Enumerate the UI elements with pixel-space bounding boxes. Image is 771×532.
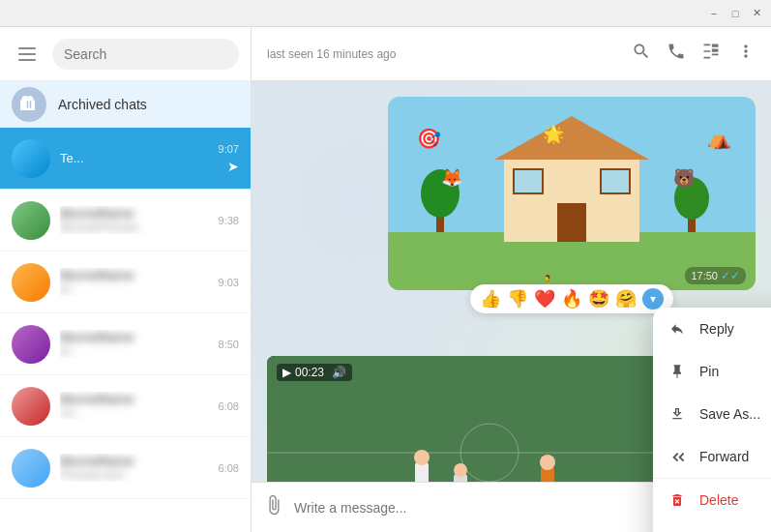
reply-label: Reply: [699, 321, 734, 337]
video-message: ▶ 00:23 🔊: [267, 356, 712, 482]
reaction-wave[interactable]: 🤗: [615, 288, 637, 310]
close-button[interactable]: ✕: [750, 7, 763, 20]
reaction-thumbsup[interactable]: 👍: [480, 288, 501, 310]
chat-name-6: BlurredName: [60, 454, 209, 468]
titlebar: − □ ✕: [0, 0, 771, 27]
pin-label: Pin: [699, 364, 719, 379]
saveas-label: Save As...: [699, 406, 760, 422]
pin-icon: [668, 363, 686, 380]
search-input[interactable]: [64, 46, 227, 62]
svg-text:🌟: 🌟: [543, 124, 565, 145]
chat-info-4: BlurredName di...: [60, 330, 209, 358]
call-button[interactable]: [667, 42, 686, 66]
chat-item-1[interactable]: Te... 9:07 ➤: [0, 128, 251, 190]
svg-text:🐻: 🐻: [673, 167, 696, 189]
attach-button[interactable]: [263, 494, 284, 520]
chat-item-6[interactable]: BlurredName Preview text 6:08: [0, 437, 251, 499]
archived-chats-label: Archived chats: [58, 97, 147, 112]
context-menu-pin[interactable]: Pin: [653, 350, 771, 393]
hamburger-button[interactable]: [12, 39, 43, 70]
chat-meta-2: 9:38: [219, 215, 239, 226]
chat-name-2: BlurredName: [60, 206, 209, 221]
maximize-button[interactable]: □: [728, 7, 742, 20]
minimize-button[interactable]: −: [707, 7, 721, 20]
search-chat-button[interactable]: [632, 42, 651, 66]
chat-header: last seen 16 minutes ago: [252, 27, 771, 81]
chat-header-info: last seen 16 minutes ago: [267, 47, 620, 61]
chat-preview-5: roi...: [60, 406, 209, 420]
reaction-more-button[interactable]: ▾: [642, 288, 664, 310]
chat-item-3[interactable]: BlurredName di... 9:03: [0, 251, 251, 313]
chat-avatar-4: [12, 325, 50, 364]
context-menu-forward[interactable]: Forward: [653, 435, 771, 478]
chat-avatar-3: [12, 263, 50, 302]
main-layout: Archived chats Te... 9:07 ➤ BlurredName: [0, 27, 771, 532]
delete-icon: [668, 491, 686, 509]
message-input[interactable]: [294, 490, 696, 525]
chat-meta-5: 6:08: [219, 400, 239, 412]
reaction-fire[interactable]: 🔥: [561, 288, 582, 310]
chat-item-5[interactable]: BlurredName roi... 6:08: [0, 375, 251, 437]
hamburger-line-2: [18, 53, 36, 55]
svg-rect-6: [601, 169, 630, 193]
chat-area: last seen 16 minutes ago: [252, 27, 771, 532]
chat-avatar-6: [12, 449, 50, 488]
more-options-button[interactable]: [736, 42, 756, 66]
chat-meta-1: 9:07 ➤: [219, 143, 239, 174]
chat-name-4: BlurredName: [60, 330, 209, 344]
context-menu-reply[interactable]: Reply: [653, 308, 771, 350]
archived-chats-avatar: [12, 87, 46, 122]
svg-rect-4: [557, 203, 586, 242]
context-menu-saveas[interactable]: Save As...: [653, 393, 771, 435]
chat-info-2: BlurredName BlurredPreview: [60, 206, 209, 234]
columns-button[interactable]: [701, 42, 721, 66]
saveas-icon: [668, 405, 686, 423]
search-box[interactable]: [52, 39, 239, 70]
check-icon: ✓✓: [721, 269, 740, 282]
reaction-starstruck[interactable]: 🤩: [588, 288, 609, 310]
chat-list: Te... 9:07 ➤ BlurredName BlurredPreview …: [0, 128, 251, 532]
reaction-bar[interactable]: 👍 👎 ❤️ 🔥 🤩 🤗 ▾: [470, 284, 673, 313]
svg-rect-5: [514, 169, 543, 193]
hamburger-line-3: [18, 59, 36, 61]
sidebar-header: [0, 27, 251, 81]
reaction-heart[interactable]: ❤️: [534, 288, 555, 310]
chat-preview-2: BlurredPreview: [60, 221, 209, 234]
svg-point-25: [540, 455, 555, 470]
chat-meta-4: 8:50: [219, 339, 239, 350]
chat-info-1: Te...: [60, 151, 209, 165]
context-menu-delete[interactable]: Delete: [653, 479, 771, 521]
chat-time-5: 6:08: [219, 400, 239, 412]
chat-preview-4: di...: [60, 344, 209, 358]
delete-label: Delete: [699, 492, 738, 508]
reaction-thumbsdown[interactable]: 👎: [507, 288, 528, 310]
chat-time-3: 9:03: [219, 277, 239, 288]
forward-label: Forward: [699, 449, 749, 464]
image-message: 🎯 ⛺ 🌟 🦊 🐻 🚶 17:50 ✓✓ 👍 👎: [388, 97, 756, 290]
context-menu: Reply Pin Save As... Forward: [653, 308, 771, 532]
chat-preview-3: di...: [60, 282, 209, 296]
hamburger-line-1: [18, 47, 36, 49]
chat-item-4[interactable]: BlurredName di... 8:50: [0, 313, 251, 375]
chat-info-3: BlurredName di...: [60, 268, 209, 296]
forward-icon: [668, 448, 686, 465]
video-thumbnail: ▶ 00:23 🔊: [267, 356, 712, 482]
svg-text:🎯: 🎯: [417, 127, 441, 150]
message-image-content: 🎯 ⛺ 🌟 🦊 🐻 🚶 17:50 ✓✓: [388, 97, 756, 290]
chat-name-5: BlurredName: [60, 392, 209, 406]
sidebar: Archived chats Te... 9:07 ➤ BlurredName: [0, 27, 252, 532]
chat-time-6: 6:08: [219, 462, 239, 474]
chat-name-3: BlurredName: [60, 268, 209, 282]
chat-header-status: last seen 16 minutes ago: [267, 47, 620, 61]
chat-meta-3: 9:03: [219, 277, 239, 288]
header-actions: [632, 42, 756, 66]
chat-item-2[interactable]: BlurredName BlurredPreview 9:38: [0, 190, 251, 251]
chat-meta-6: 6:08: [219, 462, 239, 474]
archived-chats-item[interactable]: Archived chats: [0, 81, 251, 128]
chat-time-2: 9:38: [219, 215, 239, 226]
send-icon-1: ➤: [227, 159, 239, 174]
chat-avatar-2: [12, 201, 50, 240]
svg-text:🦊: 🦊: [441, 167, 463, 189]
context-menu-select[interactable]: Select: [653, 521, 771, 532]
chat-time-1: 9:07: [219, 143, 239, 155]
